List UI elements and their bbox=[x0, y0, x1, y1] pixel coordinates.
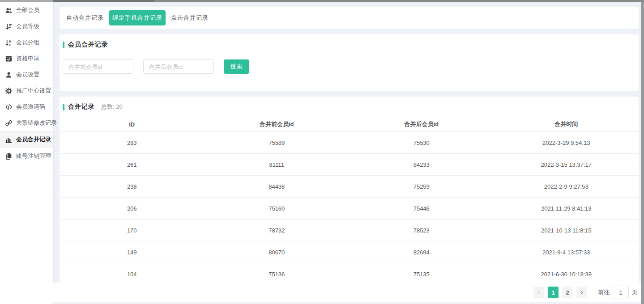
sidebar-item-label: 资格申请 bbox=[16, 55, 39, 63]
table-cell: 75135 bbox=[349, 263, 494, 285]
sidebar-item[interactable]: 推广中心设置 bbox=[0, 83, 53, 99]
table-cell: 2022-3-15 13:37:17 bbox=[494, 154, 639, 176]
prev-page-button[interactable]: ‹ bbox=[533, 287, 544, 298]
search-panel-header: 会员合并记录 bbox=[60, 34, 639, 49]
table-cell: 104 bbox=[60, 263, 205, 285]
browser-edge-segment bbox=[53, 0, 154, 2]
table-cell: 2022-2-9 9:27:53 bbox=[494, 176, 639, 198]
table-header-cell: 合并前会员id bbox=[205, 117, 350, 132]
sidebar-item[interactable]: 会员等级 bbox=[0, 18, 53, 34]
sidebar-item-label: 会员分组 bbox=[16, 38, 39, 46]
table-cell: 75136 bbox=[205, 263, 350, 285]
sort-amount-icon bbox=[5, 23, 12, 30]
browser-top-edge bbox=[0, 0, 644, 2]
table-cell: 78523 bbox=[349, 220, 494, 241]
sidebar-item-label: 会员设置 bbox=[16, 71, 39, 79]
page-button[interactable]: 1 bbox=[548, 287, 559, 298]
sidebar-item-label: 推广中心设置 bbox=[16, 87, 51, 95]
next-page-button[interactable]: › bbox=[576, 287, 587, 298]
table-cell: 75589 bbox=[205, 132, 350, 154]
tab-bar: 自动合并记录绑定手机合并记录点击合并记录 bbox=[66, 10, 209, 25]
table-cell: 82694 bbox=[349, 241, 494, 263]
table-row: 20675160754462021-11-29 8:41:13 bbox=[60, 198, 639, 220]
table-cell: 80670 bbox=[205, 241, 350, 263]
table-panel-header: 合并记录 总数: 20 bbox=[60, 97, 639, 111]
sidebar-item[interactable]: 会员设置 bbox=[0, 67, 53, 83]
title-accent-bar bbox=[63, 104, 64, 110]
sidebar-item-label: 全部会员 bbox=[16, 6, 39, 14]
tab[interactable]: 绑定手机合并记录 bbox=[109, 10, 166, 25]
table-cell: 75446 bbox=[349, 198, 494, 220]
table-cell: 2021-10-13 11:8:15 bbox=[494, 220, 639, 241]
tab[interactable]: 自动合并记录 bbox=[66, 10, 104, 25]
table-cell: 2021-11-29 8:41:13 bbox=[494, 198, 639, 220]
table-cell: 84233 bbox=[349, 154, 494, 176]
search-panel-title: 会员合并记录 bbox=[68, 41, 108, 49]
table-body: 28375589755302022-3-29 9:54:132618111184… bbox=[60, 132, 639, 289]
table-cell: 149 bbox=[60, 241, 205, 263]
table-cell: 238 bbox=[60, 176, 205, 198]
tab[interactable]: 点击合并记录 bbox=[171, 10, 209, 25]
sidebar-item-label: 会员合并记录 bbox=[16, 135, 51, 144]
table-cell: 75160 bbox=[205, 198, 350, 220]
table-head: ID合并前会员id合并后会员id合并时间 bbox=[60, 117, 639, 132]
table-row: 26181111842332022-3-15 13:37:17 bbox=[60, 154, 639, 176]
table-cell: 2021-9-4 13:57:33 bbox=[494, 241, 639, 263]
browser-edge-segment bbox=[0, 0, 53, 2]
table-row: 17078732785232021-10-13 11:8:15 bbox=[60, 220, 639, 241]
table-cell: 75530 bbox=[349, 132, 494, 154]
tabs-card: 自动合并记录绑定手机合并记录点击合并记录 bbox=[60, 7, 639, 29]
merge-after-id-input[interactable] bbox=[143, 59, 214, 74]
sort-alpha-icon: AZ bbox=[5, 39, 12, 46]
sidebar-item-label: 会员等级 bbox=[16, 22, 39, 30]
bar-chart-icon bbox=[5, 136, 12, 143]
link-icon bbox=[5, 120, 12, 127]
copy-icon bbox=[5, 153, 12, 160]
sidebar-item-label: 会员邀请码 bbox=[16, 103, 45, 111]
sidebar-item[interactable]: 账号注销管理 bbox=[0, 148, 53, 164]
table-panel: 合并记录 总数: 20 ID合并前会员id合并后会员id合并时间 2837558… bbox=[60, 97, 639, 288]
sidebar-item[interactable]: 资格申请 bbox=[0, 51, 53, 67]
page-button[interactable]: 2 bbox=[562, 287, 573, 298]
search-button[interactable]: 搜索 bbox=[224, 59, 249, 74]
pagination-bar: ‹12› 前往 页 bbox=[6, 283, 644, 302]
sidebar-item-label: 账号注销管理 bbox=[16, 152, 51, 160]
table-cell: 84438 bbox=[205, 176, 350, 198]
sidebar-item[interactable]: AZ会员分组 bbox=[0, 34, 53, 51]
users-icon bbox=[5, 7, 12, 14]
merge-before-id-input[interactable] bbox=[63, 59, 133, 74]
table-cell: 2022-3-29 9:54:13 bbox=[494, 132, 639, 154]
svg-text:Z: Z bbox=[9, 42, 11, 46]
goto-page-input[interactable] bbox=[613, 286, 629, 299]
goto-label: 前往 bbox=[598, 288, 610, 296]
sidebar-item[interactable]: 全部会员 bbox=[0, 2, 53, 18]
title-accent-bar bbox=[63, 42, 64, 48]
total-count-label: 总数: 20 bbox=[101, 103, 123, 111]
table-cell: 81111 bbox=[205, 154, 350, 176]
table-cell: 2021-6-30 10:18:39 bbox=[494, 263, 639, 285]
table-row: 23884438752592022-2-9 9:27:53 bbox=[60, 176, 639, 198]
search-row: 搜索 bbox=[63, 59, 639, 74]
table-cell: 78732 bbox=[205, 220, 350, 241]
sidebar-item[interactable]: 会员邀请码 bbox=[0, 99, 53, 115]
table-row: 28375589755302022-3-29 9:54:13 bbox=[60, 132, 639, 154]
table-panel-title: 合并记录 bbox=[68, 103, 95, 111]
table-row: 10475136751352021-6-30 10:18:39 bbox=[60, 263, 639, 285]
table-header-cell: 合并时间 bbox=[494, 117, 639, 132]
table-header-cell: ID bbox=[60, 117, 205, 132]
page-scrollbar[interactable] bbox=[641, 2, 644, 304]
browser-edge-segment bbox=[154, 0, 644, 2]
sidebar-item[interactable]: 关系链修改记录 bbox=[0, 115, 53, 131]
gear-icon bbox=[5, 88, 12, 94]
pager: ‹12› bbox=[530, 287, 587, 298]
sidebar: 全部会员会员等级AZ会员分组资格申请会员设置推广中心设置会员邀请码关系链修改记录… bbox=[0, 2, 54, 304]
search-panel: 会员合并记录 搜索 bbox=[60, 34, 639, 91]
table-row: 14980670826942021-9-4 13:57:33 bbox=[60, 241, 639, 263]
table-cell: 283 bbox=[60, 132, 205, 154]
page-suffix-label: 页 bbox=[632, 288, 638, 296]
sidebar-item[interactable]: 会员合并记录 bbox=[0, 131, 53, 148]
table-cell: 75259 bbox=[349, 176, 494, 198]
merge-records-table: ID合并前会员id合并后会员id合并时间 28375589755302022-3… bbox=[60, 117, 639, 288]
sidebar-item-label: 关系链修改记录 bbox=[16, 119, 57, 127]
user-icon bbox=[5, 72, 12, 78]
